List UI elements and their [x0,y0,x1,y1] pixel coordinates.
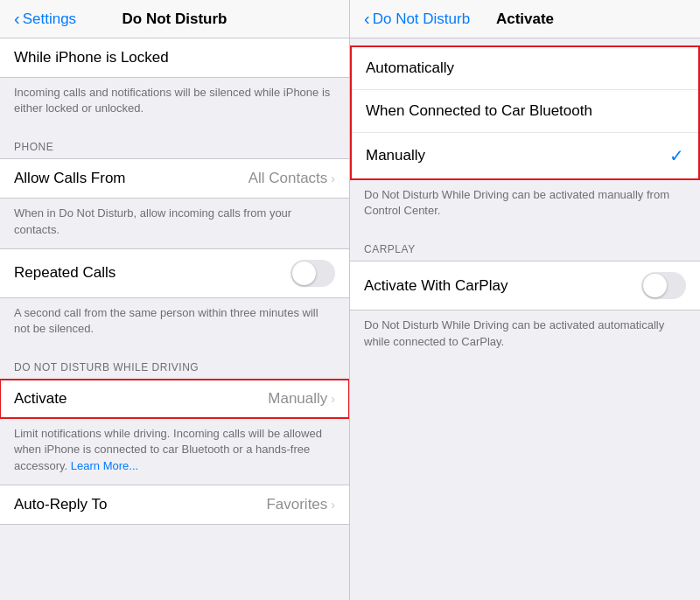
while-locked-description: Incoming calls and notifications will be… [0,78,349,127]
activate-description-text: Limit notifications while driving. Incom… [14,427,322,471]
carplay-activate-row: Activate With CarPlay [350,262,700,310]
left-scroll-area: While iPhone is Locked Incoming calls an… [0,38,349,600]
left-nav-title: Do Not Disturb [122,10,228,28]
allow-calls-title: Allow Calls From [14,170,126,187]
right-panel: ‹ Do Not Disturb Activate Automatically … [350,0,700,600]
activate-value-container: Manually › [268,390,335,408]
right-nav-title: Activate [496,10,554,28]
activate-title: Activate [14,390,66,408]
carplay-description: Do Not Disturb While Driving can be acti… [350,310,700,359]
option-automatically-row[interactable]: Automatically [352,47,698,90]
option-automatically-label: Automatically [366,59,454,77]
repeated-calls-description: A second call from the same person withi… [0,298,349,347]
auto-reply-value: Favorites [266,496,327,513]
left-back-chevron: ‹ [14,10,20,27]
activate-options-box: Automatically When Connected to Car Blue… [350,45,700,180]
auto-reply-value-container: Favorites › [266,496,335,513]
right-back-button[interactable]: ‹ Do Not Disturb [364,10,470,28]
while-locked-row: While iPhone is Locked [0,38,349,77]
right-nav-bar: ‹ Do Not Disturb Activate [350,0,700,38]
option-car-bluetooth-row[interactable]: When Connected to Car Bluetooth [352,90,698,133]
allow-calls-row[interactable]: Allow Calls From All Contacts › [0,159,349,198]
activate-chevron: › [331,392,335,406]
right-scroll-area: Automatically When Connected to Car Blue… [350,38,700,600]
auto-reply-row[interactable]: Auto-Reply To Favorites › [0,485,349,524]
auto-reply-title: Auto-Reply To [14,496,107,513]
left-back-label: Settings [23,10,76,28]
right-back-chevron: ‹ [364,10,370,27]
phone-section-label: PHONE [0,127,349,158]
allow-calls-description: When in Do Not Disturb, allow incoming c… [0,199,349,248]
carplay-group: Activate With CarPlay [350,261,700,310]
right-back-label: Do Not Disturb [373,10,470,28]
allow-calls-value-container: All Contacts › [248,170,335,187]
while-locked-title: While iPhone is Locked [14,49,169,66]
allow-calls-value: All Contacts [248,170,328,187]
while-locked-group: While iPhone is Locked [0,38,349,78]
left-panel: ‹ Settings Do Not Disturb While iPhone i… [0,0,350,600]
dnd-driving-section-label: DO NOT DISTURB WHILE DRIVING [0,347,349,379]
activate-description: Limit notifications while driving. Incom… [0,419,349,485]
manually-description: Do Not Disturb While Driving can be acti… [350,180,700,229]
auto-reply-chevron: › [331,498,335,512]
carplay-activate-toggle[interactable] [641,272,686,299]
carplay-section-label: CARPLAY [350,229,700,261]
phone-group: Allow Calls From All Contacts › [0,158,349,199]
option-car-bluetooth-label: When Connected to Car Bluetooth [366,102,592,120]
activate-group: Activate Manually › [0,379,349,419]
left-back-button[interactable]: ‹ Settings [14,10,76,28]
carplay-activate-title: Activate With CarPlay [364,277,508,295]
option-manually-row[interactable]: Manually ✓ [352,133,698,178]
left-nav-bar: ‹ Settings Do Not Disturb [0,0,349,38]
repeated-calls-toggle[interactable] [290,260,335,287]
activate-row[interactable]: Activate Manually › [0,380,349,418]
auto-reply-group: Auto-Reply To Favorites › [0,485,349,525]
repeated-calls-group: Repeated Calls [0,248,349,298]
manually-checkmark: ✓ [669,145,684,166]
repeated-calls-row: Repeated Calls [0,249,349,297]
allow-calls-chevron: › [331,171,335,185]
learn-more-link[interactable]: Learn More... [71,459,138,472]
activate-value: Manually [268,390,327,408]
option-manually-label: Manually [366,147,425,164]
repeated-calls-title: Repeated Calls [14,264,116,282]
